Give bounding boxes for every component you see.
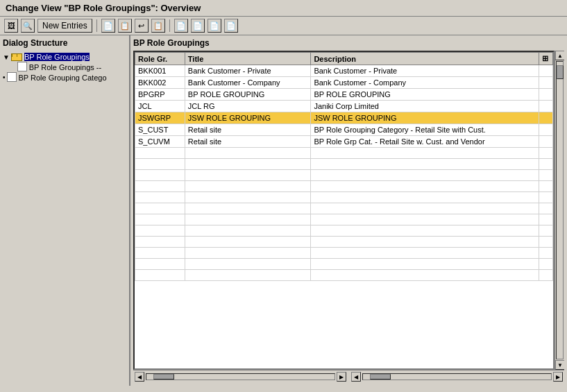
table-row[interactable]: BKK002Bank Customer - CompanyBank Custom…	[135, 77, 553, 89]
cell-role-gr: BKK002	[135, 77, 185, 89]
toolbar-icon-6[interactable]: 📄	[208, 19, 221, 33]
col-header-description[interactable]: Description	[311, 53, 539, 65]
cell-icon	[539, 136, 553, 148]
tree-toggle-1	[14, 63, 16, 71]
hscroll-thumb[interactable]	[153, 374, 174, 380]
cell-title: Bank Customer - Company	[185, 77, 311, 89]
tree-item-bp-role-grouping-category[interactable]: • BP Role Grouping Catego	[3, 72, 126, 83]
table-row[interactable]: BKK001Bank Customer - PrivateBank Custom…	[135, 65, 553, 77]
hscroll2-thumb[interactable]	[370, 374, 391, 380]
right-vscroll: ▲ ▼	[555, 51, 564, 370]
toolbar-icon-1[interactable]: 🖼	[4, 19, 18, 33]
right-panel: BP Role Groupings Role Gr. Title Descrip…	[130, 35, 567, 386]
cell-description: JSW ROLE GROUPING	[311, 112, 539, 124]
table-row-empty	[135, 148, 553, 159]
cell-description: Bank Customer - Private	[311, 65, 539, 77]
col-header-icon: ⊞	[539, 53, 553, 65]
title-bar: Change View "BP Role Groupings": Overvie…	[0, 0, 567, 17]
col-header-title[interactable]: Title	[185, 53, 311, 65]
cell-description: BP Role Grouping Category - Retail Site …	[311, 124, 539, 136]
hscroll-right-arrow[interactable]: ▶	[337, 372, 346, 382]
tree-toggle-2: •	[3, 74, 6, 81]
table-row-empty	[135, 225, 553, 237]
tree-item-bp-role-groupings-child[interactable]: BP Role Groupings --	[14, 62, 126, 72]
table-row-empty	[135, 237, 553, 248]
table-row-empty	[135, 214, 553, 225]
vscroll-thumb[interactable]	[557, 65, 564, 79]
cell-icon	[539, 77, 553, 89]
table-row[interactable]: S_CUSTRetail siteBP Role Grouping Catego…	[135, 124, 553, 136]
table-row[interactable]: S_CUVMRetail siteBP Role Grp Cat. - Reta…	[135, 136, 553, 148]
folder-icon-0	[11, 53, 22, 61]
hscroll2-right-arrow[interactable]: ▶	[553, 372, 563, 382]
data-table: Role Gr. Title Description ⊞ BKK001Bank …	[135, 52, 553, 281]
tree-label-1: BP Role Groupings --	[29, 63, 101, 71]
cell-description: BP ROLE GROUPING	[311, 89, 539, 101]
cell-title: Retail site	[185, 124, 311, 136]
cell-icon	[539, 89, 553, 101]
table-row-empty	[135, 270, 553, 281]
doc-icon-1	[17, 62, 27, 71]
table-row-empty	[135, 192, 553, 203]
left-panel: Dialog Structure ▼ BP Role Groupings BP …	[0, 35, 130, 386]
vscroll-up-arrow[interactable]: ▲	[555, 51, 564, 60]
cell-description: BP Role Grp Cat. - Retail Site w. Cust. …	[311, 136, 539, 148]
cell-description: Bank Customer - Company	[311, 77, 539, 89]
cell-title: BP ROLE GROUPING	[185, 89, 311, 101]
table-scroll-wrapper[interactable]: Role Gr. Title Description ⊞ BKK001Bank …	[135, 52, 553, 368]
toolbar-icon-copy[interactable]: 📄	[101, 19, 115, 33]
toolbar-separator-2	[169, 19, 170, 32]
vscroll-down-arrow[interactable]: ▼	[555, 360, 564, 370]
toolbar-icon-undo[interactable]: ↩	[135, 19, 149, 33]
cell-role-gr: JSWGRP	[135, 112, 185, 124]
new-entries-button[interactable]: New Entries	[37, 19, 92, 33]
section-title: BP Role Groupings	[133, 38, 564, 48]
cell-icon	[539, 124, 553, 136]
toolbar-icon-4[interactable]: 📄	[174, 19, 188, 33]
cell-icon	[539, 101, 553, 112]
dialog-structure-title: Dialog Structure	[3, 38, 126, 48]
toolbar: 🖼 🔍 New Entries 📄 📋 ↩ 📋 📄 📄 📄 📄	[0, 17, 567, 35]
hscroll2-track[interactable]	[362, 373, 552, 380]
col-header-role-gr[interactable]: Role Gr.	[135, 53, 185, 65]
cell-title: Retail site	[185, 136, 311, 148]
cell-role-gr: BPGRP	[135, 89, 185, 101]
cell-icon	[539, 65, 553, 77]
cell-role-gr: JCL	[135, 101, 185, 112]
toolbar-icon-7[interactable]: 📄	[224, 19, 238, 33]
tree-toggle-0: ▼	[3, 53, 10, 61]
toolbar-icon-2[interactable]: 🔍	[21, 19, 35, 33]
toolbar-icon-5[interactable]: 📄	[191, 19, 205, 33]
table-container: Role Gr. Title Description ⊞ BKK001Bank …	[133, 51, 555, 370]
toolbar-separator-1	[96, 19, 97, 32]
cell-title: JSW ROLE GROUPING	[185, 112, 311, 124]
cell-role-gr: BKK001	[135, 65, 185, 77]
vscroll-track[interactable]	[556, 61, 564, 359]
table-row-empty	[135, 181, 553, 192]
table-row[interactable]: JSWGRPJSW ROLE GROUPINGJSW ROLE GROUPING	[135, 112, 553, 124]
bottom-scrollbar: ◀ ▶ ◀ ▶	[133, 370, 564, 383]
table-row[interactable]: JCLJCL RGJaniki Corp Limited	[135, 101, 553, 112]
cell-description: Janiki Corp Limited	[311, 101, 539, 112]
table-area: Role Gr. Title Description ⊞ BKK001Bank …	[133, 51, 564, 370]
hscroll-left-arrow[interactable]: ◀	[135, 372, 144, 382]
tree-item-bp-role-groupings[interactable]: ▼ BP Role Groupings	[3, 52, 126, 62]
title-text: Change View "BP Role Groupings": Overvie…	[6, 3, 201, 13]
table-row-empty	[135, 248, 553, 259]
table-row[interactable]: BPGRPBP ROLE GROUPINGBP ROLE GROUPING	[135, 89, 553, 101]
tree-label-2: BP Role Grouping Catego	[19, 74, 107, 82]
table-row-empty	[135, 170, 553, 181]
tree-label-0: BP Role Groupings	[24, 53, 90, 61]
hscroll-track[interactable]	[146, 373, 335, 380]
table-row-empty	[135, 159, 553, 170]
cell-role-gr: S_CUST	[135, 124, 185, 136]
toolbar-icon-3[interactable]: 📋	[151, 19, 165, 33]
main-layout: Dialog Structure ▼ BP Role Groupings BP …	[0, 35, 567, 386]
doc-icon-2	[7, 73, 17, 82]
hscroll2-left-arrow[interactable]: ◀	[351, 372, 361, 382]
cell-title: Bank Customer - Private	[185, 65, 311, 77]
table-row-empty	[135, 203, 553, 214]
cell-title: JCL RG	[185, 101, 311, 112]
table-row-empty	[135, 259, 553, 270]
toolbar-icon-paste[interactable]: 📋	[118, 19, 132, 33]
